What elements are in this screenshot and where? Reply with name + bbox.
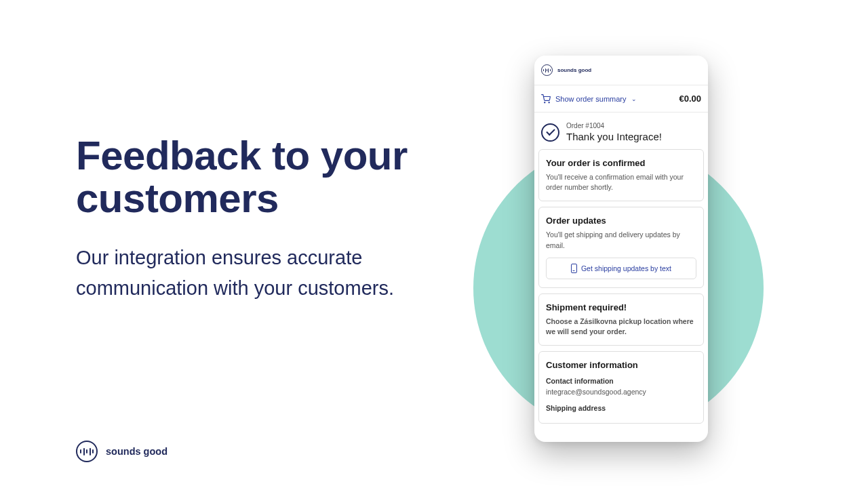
contact-information-label: Contact information <box>546 377 696 385</box>
order-confirmed-title: Your order is confirmed <box>546 158 696 168</box>
phone-brand-name: sounds good <box>557 67 591 73</box>
svg-point-1 <box>549 102 549 102</box>
shipping-address-label: Shipping address <box>546 404 696 412</box>
shipping-updates-text-label: Get shipping updates by text <box>581 264 671 272</box>
pickup-location-link[interactable]: Choose a Zásilkovna pickup location wher… <box>546 317 696 337</box>
brand-footer: sounds good <box>76 441 167 462</box>
order-updates-body: You'll get shipping and delivery updates… <box>546 230 696 250</box>
page-headline: Feedback to your customers <box>76 134 456 220</box>
brand-name: sounds good <box>106 446 167 457</box>
shipment-required-card: Shipment required! Choose a Zásilkovna p… <box>538 293 704 346</box>
shipping-updates-text-button[interactable]: Get shipping updates by text <box>546 258 696 279</box>
phone-header: sounds good <box>534 56 708 85</box>
customer-information-title: Customer information <box>546 360 696 370</box>
phone-mockup: sounds good Show order summary ⌄ €0.00 O… <box>534 56 708 442</box>
order-summary-price: €0.00 <box>679 94 701 104</box>
contact-information-value: integrace@soundsgood.agency <box>546 388 696 396</box>
order-thank-you: Order #1004 Thank you Integrace! <box>534 113 708 149</box>
chevron-down-icon: ⌄ <box>631 96 637 102</box>
order-confirmed-card: Your order is confirmed You'll receive a… <box>538 149 704 201</box>
order-confirmed-body: You'll receive a confirmation email with… <box>546 172 696 192</box>
brand-logo-icon <box>76 441 98 462</box>
order-summary-toggle[interactable]: Show order summary ⌄ €0.00 <box>534 85 708 113</box>
order-number: Order #1004 <box>566 122 662 129</box>
customer-information-card: Customer information Contact information… <box>538 351 704 424</box>
mobile-phone-icon <box>571 264 577 273</box>
page-subhead: Our integration ensures accurate communi… <box>76 243 469 304</box>
shipment-required-title: Shipment required! <box>546 302 696 312</box>
cart-icon <box>541 94 551 104</box>
brand-logo-icon <box>541 64 553 76</box>
svg-point-0 <box>545 102 545 102</box>
order-updates-title: Order updates <box>546 216 696 226</box>
check-circle-icon <box>541 123 559 142</box>
order-updates-card: Order updates You'll get shipping and de… <box>538 207 704 287</box>
thank-you-line: Thank you Integrace! <box>566 131 662 142</box>
order-summary-label: Show order summary <box>555 95 627 103</box>
